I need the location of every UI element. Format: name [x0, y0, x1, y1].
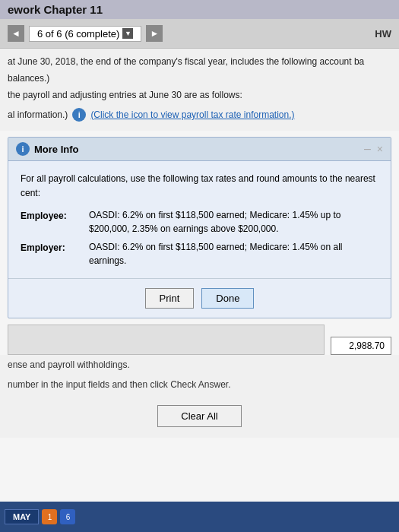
more-info-panel: i More Info – × For all payroll calculat… [8, 137, 391, 318]
taskbar-icon2-label: 6 [66, 513, 71, 521]
more-info-header-left: i More Info [16, 142, 79, 156]
more-info-controls: – × [364, 143, 383, 155]
employee-value: OASDI: 6.2% on first $118,500 earned; Me… [89, 208, 378, 236]
more-info-header: i More Info – × [8, 138, 391, 161]
hw-label: HW [375, 28, 391, 40]
panel-buttons: Print Done [8, 278, 391, 318]
input-area [8, 325, 325, 355]
prev-button[interactable]: ◄ [8, 25, 24, 42]
amount-box: 2,988.70 [331, 337, 391, 355]
nav-status-text: 6 of 6 (6 complete) [37, 28, 119, 40]
content-area: at June 30, 2018, the end of the company… [0, 49, 399, 131]
more-info-body: For all payroll calculations, use the fo… [8, 161, 391, 278]
more-info-title: More Info [34, 144, 79, 155]
bottom-note: ense and payroll withholdings. [0, 355, 399, 375]
next-button[interactable]: ► [146, 25, 163, 42]
clear-all-button[interactable]: Clear All [157, 405, 241, 427]
content-info-prefix: al information.) [8, 108, 68, 122]
taskbar-start[interactable]: MAY [5, 509, 39, 524]
main-content: ework Chapter 11 ◄ 6 of 6 (6 complete) ▼… [0, 0, 399, 532]
taskbar: MAY 1 6 [0, 502, 399, 532]
done-button[interactable]: Done [201, 288, 254, 309]
clear-all-area: Clear All [0, 394, 399, 438]
nav-status: 6 of 6 (6 complete) ▼ [29, 26, 141, 42]
content-line1: at June 30, 2018, the end of the company… [8, 55, 391, 68]
middle-section: 2,988.70 [8, 325, 391, 355]
top-nav: ◄ 6 of 6 (6 complete) ▼ ► HW [0, 19, 399, 49]
bottom-note-text: ense and payroll withholdings. [8, 359, 130, 370]
info-banner: al information.) i (Click the icon to vi… [8, 105, 391, 125]
more-info-icon: i [16, 142, 30, 156]
print-button[interactable]: Print [145, 288, 195, 309]
more-info-intro: For all payroll calculations, use the fo… [21, 172, 378, 201]
nav-center: ◄ 6 of 6 (6 complete) ▼ ► [8, 25, 163, 42]
close-button[interactable]: × [377, 144, 383, 154]
minimize-button[interactable]: – [364, 143, 371, 155]
employer-value: OASDI: 6.2% on first $118,500 earned; Me… [89, 240, 378, 268]
chapter-title: ework Chapter 11 [0, 0, 399, 19]
instruction-text: number in the input fields and then clic… [0, 375, 399, 394]
taskbar-icon-1[interactable]: 1 [42, 509, 57, 524]
info-icon[interactable]: i [72, 108, 86, 122]
tax-table: Employee: OASDI: 6.2% on first $118,500 … [21, 208, 378, 268]
content-line2: balances.) [8, 71, 391, 85]
taskbar-icon-2[interactable]: 6 [60, 509, 75, 524]
content-line3: the payroll and adjusting entries at Jun… [8, 88, 391, 102]
chapter-title-text: ework Chapter 11 [8, 3, 103, 16]
nav-dropdown[interactable]: ▼ [122, 28, 133, 39]
taskbar-icon1-label: 1 [48, 513, 52, 521]
instruction-label: number in the input fields and then clic… [8, 379, 231, 390]
info-link[interactable]: (Click the icon to view payroll tax rate… [90, 108, 294, 122]
employer-label: Employer: [21, 240, 81, 255]
employee-label: Employee: [21, 208, 81, 223]
